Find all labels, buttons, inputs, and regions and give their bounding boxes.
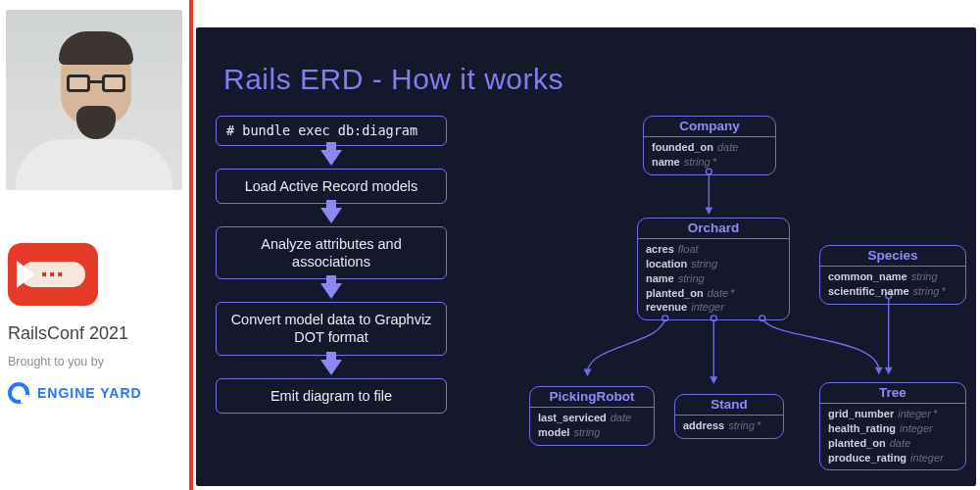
svg-marker-7: [875, 368, 883, 375]
sponsor-badge: ENGINE YARD: [8, 382, 142, 404]
vertical-divider: [189, 0, 193, 490]
entity-attribute: planted_ondate: [828, 436, 957, 451]
entity-company: Company founded_ondatenamestring*: [643, 116, 776, 175]
entity-attribute: namestring*: [652, 155, 767, 170]
svg-marker-3: [584, 369, 592, 377]
svg-marker-5: [710, 376, 717, 384]
rails-logo: [8, 243, 98, 306]
entity-attribute: health_ratinginteger: [828, 421, 957, 436]
entity-attribute: modelstring: [538, 425, 646, 440]
entity-orchard: Orchard acresfloatlocationstringnamestri…: [637, 218, 790, 320]
arrow-down-icon: [320, 283, 342, 299]
erd-diagram: Company founded_ondatenamestring* Orchar…: [529, 100, 966, 476]
presentation-sidebar: RailsConf 2021 Brought to you by ENGINE …: [0, 0, 188, 490]
entity-picking-robot: PickingRobot last_serviceddatemodelstrin…: [529, 386, 655, 446]
entity-name: Tree: [820, 383, 965, 403]
svg-marker-9: [885, 368, 893, 375]
flow-step: Convert model data to Graphviz DOT forma…: [216, 302, 447, 355]
entity-attribute: last_serviceddate: [538, 411, 646, 425]
entity-attribute: founded_ondate: [652, 140, 767, 155]
entity-tree: Tree grid_numberinteger*health_ratingint…: [819, 382, 966, 470]
entity-attribute: locationstring: [646, 257, 781, 271]
speaker-video: [6, 10, 182, 190]
engine-yard-icon: [8, 382, 29, 404]
entity-name: PickingRobot: [530, 387, 654, 407]
flow-step: Load Active Record models: [216, 169, 447, 204]
arrow-down-icon: [320, 208, 342, 223]
entity-attribute: namestring: [646, 271, 781, 286]
entity-attribute: addressstring*: [683, 418, 775, 433]
entity-species: Species common_namestringscientific_name…: [819, 245, 966, 305]
arrow-down-icon: [320, 150, 342, 166]
arrow-down-icon: [320, 360, 342, 375]
slide-title: Rails ERD - How it works: [223, 63, 564, 96]
flow-step: Emit diagram to file: [216, 378, 447, 414]
entity-attribute: scientific_namestring*: [828, 284, 957, 299]
entity-name: Company: [644, 117, 775, 136]
brought-by-label: Brought to you by: [8, 355, 104, 368]
entity-name: Species: [820, 246, 965, 266]
flow-diagram: # bundle exec db:diagram Load Active Rec…: [216, 116, 447, 414]
entity-attribute: acresfloat: [646, 242, 781, 257]
conference-name: RailsConf 2021: [8, 323, 128, 344]
entity-attribute: revenueinteger: [646, 300, 781, 315]
entity-attribute: produce_ratinginteger: [828, 451, 957, 466]
entity-attribute: planted_ondate*: [646, 286, 781, 301]
entity-attribute: common_namestring: [828, 270, 957, 284]
entity-attribute: grid_numberinteger*: [828, 407, 957, 421]
flow-step: Analyze attributes and associations: [216, 226, 447, 279]
entity-stand: Stand addressstring*: [674, 394, 784, 439]
entity-name: Stand: [675, 395, 783, 415]
entity-name: Orchard: [638, 219, 789, 238]
slide: Rails ERD - How it works # bundle exec d…: [196, 27, 976, 486]
sponsor-name: ENGINE YARD: [37, 385, 142, 401]
svg-marker-1: [705, 207, 712, 215]
